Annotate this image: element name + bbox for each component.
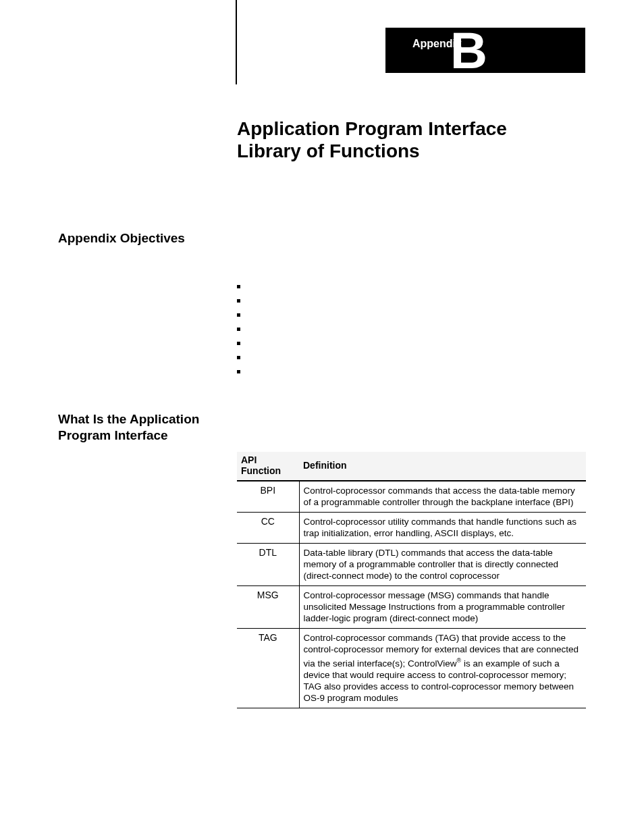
table-row: DTLData-table library (DTL) commands tha…: [237, 544, 586, 586]
bullet-item: [237, 294, 240, 308]
appendix-banner: Appendix B: [385, 28, 585, 73]
api-function-name: DTL: [237, 544, 299, 586]
bullet-item: [237, 365, 240, 379]
bullet-icon: [237, 356, 240, 359]
bullet-item: [237, 322, 240, 336]
bullet-icon: [237, 313, 240, 317]
bullet-item: [237, 280, 240, 294]
table-header-row: API Function Definition: [237, 452, 586, 481]
heading-what-is-api: What Is the Application Program Interfac…: [58, 411, 199, 444]
page-title: Application Program Interface Library of…: [237, 118, 507, 162]
heading-what-is-line1: What Is the Application: [58, 412, 199, 426]
bullet-item: [237, 308, 240, 322]
heading-appendix-objectives: Appendix Objectives: [58, 230, 185, 246]
table-row: TAGControl-coprocessor commands (TAG) th…: [237, 629, 586, 708]
bullet-list: [237, 280, 240, 379]
bullet-item: [237, 336, 240, 350]
api-function-definition: Control-coprocessor commands that access…: [299, 481, 586, 513]
api-function-definition: Control-coprocessor message (MSG) comman…: [299, 586, 586, 629]
api-function-name: TAG: [237, 629, 299, 708]
bullet-item: [237, 350, 240, 365]
registered-trademark-icon: ®: [457, 657, 462, 664]
title-line-2: Library of Functions: [237, 140, 420, 161]
table-row: BPIControl-coprocessor commands that acc…: [237, 481, 586, 513]
col-header-api-function: API Function: [237, 452, 299, 481]
table-row: MSGControl-coprocessor message (MSG) com…: [237, 586, 586, 629]
api-function-definition: Control-coprocessor utility commands tha…: [299, 513, 586, 544]
api-function-name: MSG: [237, 586, 299, 629]
bullet-icon: [237, 285, 240, 288]
appendix-letter: B: [450, 21, 486, 80]
title-line-1: Application Program Interface: [237, 118, 507, 139]
bullet-icon: [237, 299, 240, 303]
page: Appendix B Application Program Interface…: [0, 0, 644, 834]
bullet-icon: [237, 370, 240, 373]
api-function-table: API Function Definition BPIControl-copro…: [237, 452, 586, 708]
bullet-icon: [237, 342, 240, 345]
api-function-definition: Control-coprocessor commands (TAG) that …: [299, 629, 586, 708]
table-row: CCControl-coprocessor utility commands t…: [237, 513, 586, 544]
api-function-name: CC: [237, 513, 299, 544]
heading-what-is-line2: Program Interface: [58, 428, 168, 442]
api-function-definition: Data-table library (DTL) commands that a…: [299, 544, 586, 586]
api-function-name: BPI: [237, 481, 299, 513]
vertical-rule: [236, 0, 237, 84]
bullet-icon: [237, 328, 240, 331]
col-header-definition: Definition: [299, 452, 586, 481]
